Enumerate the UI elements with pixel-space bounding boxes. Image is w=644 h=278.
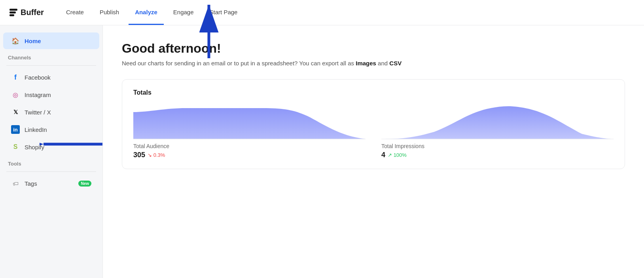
subtitle-and: and [378,60,389,67]
impressions-change: ↗ 100% [388,152,407,158]
sidebar: 🏠 Home Channels f Facebook ◎ Instagram 𝕏… [0,25,103,278]
instagram-icon: ◎ [11,90,20,99]
impressions-chart-label: Total Impressions [381,143,614,149]
subtitle-text: Need our charts for sending in an email … [122,60,354,67]
sidebar-linkedin-label: LinkedIn [25,126,47,133]
sidebar-item-facebook[interactable]: f Facebook [3,69,99,86]
sidebar-home-label: Home [25,38,41,44]
audience-value-number: 305 [133,151,145,159]
audience-chart-label: Total Audience [133,143,366,149]
tools-section-label: Tools [0,156,102,168]
subtitle-images[interactable]: Images [356,60,376,67]
audience-chart-item: Total Audience 305 ↘ 0.3% [133,104,366,159]
impressions-chart-item: Total Impressions 4 ↗ 100% [381,104,614,159]
sidebar-item-twitter[interactable]: 𝕏 Twitter / X [3,104,99,120]
sidebar-item-instagram[interactable]: ◎ Instagram [3,86,99,103]
audience-chart-value: 305 ↘ 0.3% [133,151,366,159]
tags-new-badge: New [78,181,91,187]
main-layout: 🏠 Home Channels f Facebook ◎ Instagram 𝕏… [0,25,644,278]
subtitle-csv[interactable]: CSV [389,60,402,67]
shopify-icon: S [11,143,20,151]
nav-start-page[interactable]: Start Page [203,0,244,25]
logo[interactable]: Buffer [9,8,44,17]
sidebar-item-shopify[interactable]: S Shopify [3,139,99,155]
main-nav: Create Publish Analyze Engage Start Page [60,0,244,25]
facebook-icon: f [11,73,20,82]
linkedin-icon: in [11,125,20,134]
channels-section-label: Channels [0,50,102,62]
tags-icon: 🏷 [11,179,20,188]
export-subtitle: Need our charts for sending in an email … [122,60,625,67]
sidebar-item-home[interactable]: 🏠 Home [3,32,99,49]
nav-analyze[interactable]: Analyze [129,0,164,25]
logo-text: Buffer [21,8,44,17]
greeting-heading: Good afternoon! [122,41,625,56]
audience-chart-svg-wrapper [133,104,366,140]
nav-engage[interactable]: Engage [167,0,200,25]
impressions-chart-svg-wrapper [381,104,614,140]
sidebar-instagram-label: Instagram [25,91,51,98]
sidebar-item-linkedin[interactable]: in LinkedIn [3,121,99,138]
sidebar-twitter-label: Twitter / X [25,109,51,116]
tools-divider [6,171,96,172]
audience-chart-svg [133,104,366,140]
totals-title: Totals [133,89,614,96]
sidebar-tags-label: Tags [25,180,37,187]
sidebar-item-tags[interactable]: 🏷 Tags New [3,175,99,192]
impressions-value-number: 4 [381,151,385,159]
home-icon: 🏠 [11,36,20,45]
charts-row: Total Audience 305 ↘ 0.3% [133,104,614,159]
nav-publish[interactable]: Publish [93,0,125,25]
channels-divider [6,65,96,66]
twitter-icon: 𝕏 [11,108,20,116]
buffer-logo-icon [9,9,17,16]
sidebar-facebook-label: Facebook [25,74,51,81]
sidebar-shopify-label: Shopify [25,144,44,150]
impressions-chart-svg [381,104,614,140]
top-navigation: Buffer Create Publish Analyze Engage Sta… [0,0,644,25]
impressions-chart-value: 4 ↗ 100% [381,151,614,159]
totals-card: Totals [122,79,625,169]
nav-create[interactable]: Create [60,0,90,25]
audience-change: ↘ 0.3% [148,152,165,158]
main-content: Good afternoon! Need our charts for send… [103,25,644,278]
